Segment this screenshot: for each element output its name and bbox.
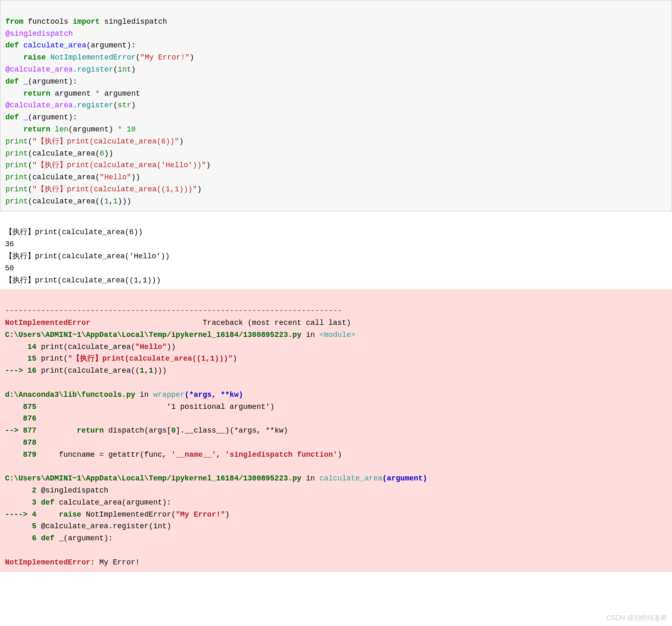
output-stdout: 【执行】print(calculate_area(6)) 36 【执行】prin… [0,211,672,290]
traceback-lineno: 16 [27,366,41,375]
traceback-num: 1 [149,366,153,375]
operator-star: * [95,89,100,98]
number-literal: 10 [122,125,136,134]
keyword-def: def [5,41,19,49]
keyword-return: return [23,125,50,134]
traceback-code [41,426,77,435]
traceback-keyword: raise [59,510,82,519]
paren-close: ) [197,185,202,193]
dot: . [73,65,77,74]
traceback-code: ) [167,522,171,530]
method-register: register [77,101,113,109]
builtin-len: len [55,125,68,134]
paren-close: ) [131,101,136,109]
string-literal: "My Error!" [140,53,190,62]
traceback-arrow: ---> [5,366,27,375]
traceback-code: @singledispatch [41,486,108,495]
traceback-lineno: 15 [5,354,41,363]
decorator-register: @calculate_area [5,101,73,109]
type-int: int [118,65,131,74]
call-close: ))) [118,197,131,205]
paren-open: ( [113,101,118,109]
traceback-string: "My Error!" [176,510,225,519]
output-traceback: ----------------------------------------… [0,289,672,572]
function-args: (argument): [28,77,77,86]
traceback-keyword: return [77,426,104,435]
len-args: (argument) [68,125,118,134]
traceback-type: int [153,522,166,530]
traceback-code: ))) [153,366,167,375]
function-name: _ [23,113,28,121]
paren-open: ( [28,185,32,193]
traceback-string: 'singledispatch function' [225,450,337,459]
output-line: 【执行】print(calculate_area((1,1))) [5,276,161,285]
traceback-keyword: def [41,498,54,507]
paren-open: ( [28,137,32,146]
traceback-lineno: 878 [5,438,41,447]
paren-open: ( [113,65,118,74]
traceback-keyword: def [41,534,54,542]
traceback-code: '1 positional argument') [41,403,274,411]
import-name: singledispatch [104,17,167,26]
traceback-num: 1 [140,366,144,375]
keyword-from: from [5,17,23,26]
decorator-singledispatch: @singledispatch [5,30,73,38]
builtin-print: print [5,149,28,158]
paren-open: ( [28,161,32,169]
traceback-code: , [216,450,225,459]
exception-final-type: NotImplementedError [5,558,90,567]
traceback-in: in [301,331,319,339]
traceback-in: in [135,391,153,399]
traceback-code: print(calculate_area(( [41,366,140,375]
method-register: register [77,65,113,74]
traceback-code: print( [41,354,68,363]
traceback-lineno: 3 [5,498,41,507]
traceback-code: funcname = getattr(func, [41,450,171,459]
call-close: )) [131,173,140,181]
keyword-def: def [5,77,19,86]
exception-type: NotImplementedError [5,319,90,327]
traceback-num: 0 [171,426,176,435]
traceback-lineno: 6 [5,534,41,542]
traceback-signature: (*args, **kw) [185,391,243,399]
exception-final-msg: : My Error! [90,558,140,567]
number-literal: 1 [104,197,109,205]
traceback-code: NotImplementedError( [82,510,176,519]
function-args: (argument): [86,41,136,49]
exception-name: NotImplementedError [50,53,136,62]
output-line: 50 [5,264,14,272]
traceback-arrow: ----> [5,510,32,519]
paren-close: ) [131,65,136,74]
string-literal: "【执行】print(calculate_area('Hello'))" [32,161,206,169]
output-line: 36 [5,240,14,248]
builtin-print: print [5,185,28,193]
builtin-print: print [5,173,28,181]
builtin-print: print [5,137,28,146]
paren-close: ) [190,53,194,62]
traceback-code: ) [232,354,237,363]
traceback-separator: ----------------------------------------… [5,307,342,315]
traceback-code: _(argument): [54,534,113,542]
keyword-raise: raise [23,53,46,62]
traceback-code: )) [167,343,176,351]
traceback-in: in [301,474,319,482]
traceback-code: ) [225,510,230,519]
keyword-def: def [5,113,19,121]
traceback-arrow: --> [5,426,23,435]
traceback-lineno: 4 [32,510,41,519]
traceback-code: ].__class__)(*args, **kw) [176,426,288,435]
traceback-lineno: 875 [5,403,41,411]
module-name: functools [28,17,68,26]
traceback-scope: <module> [319,331,355,339]
code-input-cell[interactable]: from functools import singledispatch @si… [0,0,672,211]
traceback-file-path: C:\Users\ADMINI~1\AppData\Local\Temp/ipy… [5,331,301,339]
traceback-code: @calculate_area.register( [41,522,153,530]
keyword-import: import [73,17,100,26]
traceback-file-path: C:\Users\ADMINI~1\AppData\Local\Temp/ipy… [5,474,301,482]
number-literal: 6 [100,149,104,158]
string-literal: "【执行】print(calculate_area((1,1)))" [32,185,197,193]
decorator-register: @calculate_area [5,65,73,74]
string-literal: "Hello" [100,173,131,181]
traceback-lineno: 14 [5,343,41,351]
function-name: calculate_area [23,41,86,49]
